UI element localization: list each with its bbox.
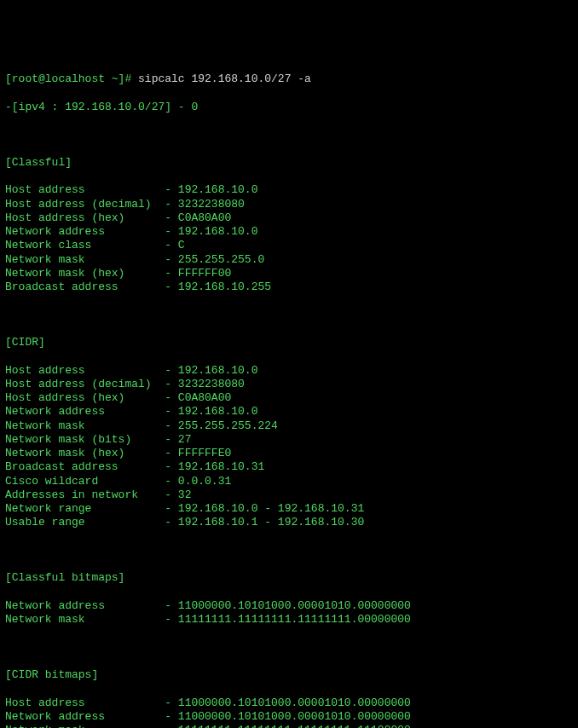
output-row: Network mask (bits) - 27 [5, 433, 573, 447]
classful-bitmaps-section: Network address - 11000000.10101000.0000… [5, 599, 573, 627]
output-row: Usable range - 192.168.10.1 - 192.168.10… [5, 516, 573, 529]
output-row: Cisco wildcard - 0.0.0.31 [5, 475, 573, 488]
command-text: sipcalc 192.168.10.0/27 -a [138, 72, 311, 85]
output-row: Host address - 11000000.10101000.0000101… [5, 696, 573, 710]
output-row: Broadcast address - 192.168.10.255 [5, 280, 573, 294]
output-row: Host address - 192.168.10.0 [5, 364, 573, 378]
output-row: Host address (hex) - C0A80A00 [5, 391, 573, 405]
output-row: Host address (decimal) - 3232238080 [5, 198, 573, 211]
output-row: Network mask - 255.255.255.224 [5, 419, 573, 433]
header-line: -[ipv4 : 192.168.10.0/27] - 0 [5, 101, 573, 114]
output-row: Network address - 11000000.10101000.0000… [5, 710, 573, 724]
output-row: Network address - 192.168.10.0 [5, 225, 573, 239]
cidr-section: Host address - 192.168.10.0Host address … [5, 364, 573, 530]
cidr-bitmaps-title: [CIDR bitmaps] [5, 668, 573, 682]
output-row: Network address - 192.168.10.0 [5, 405, 573, 419]
classful-title: [Classful] [5, 156, 573, 170]
terminal-output: [root@localhost ~]# sipcalc 192.168.10.0… [5, 59, 573, 728]
blank-line [5, 309, 573, 322]
output-row: Host address - 192.168.10.0 [5, 183, 573, 197]
output-row: Network mask (hex) - FFFFFFE0 [5, 447, 573, 460]
output-row: Network address - 11000000.10101000.0000… [5, 599, 573, 613]
output-row: Network mask - 255.255.255.0 [5, 253, 573, 267]
output-row: Network mask - 11111111.11111111.1111111… [5, 613, 573, 627]
blank-line [5, 641, 573, 655]
output-row: Broadcast address - 192.168.10.31 [5, 460, 573, 474]
cidr-bitmaps-section: Host address - 11000000.10101000.0000101… [5, 696, 573, 729]
output-row: Network mask (hex) - FFFFFF00 [5, 267, 573, 280]
classful-bitmaps-title: [Classful bitmaps] [5, 571, 573, 585]
output-row: Host address (decimal) - 3232238080 [5, 378, 573, 391]
prompt-prefix: [root@localhost ~]# [5, 72, 138, 85]
output-row: Network mask - 11111111.11111111.1111111… [5, 724, 573, 728]
blank-line [5, 128, 573, 142]
output-row: Network class - C [5, 239, 573, 252]
classful-section: Host address - 192.168.10.0Host address … [5, 183, 573, 294]
cidr-title: [CIDR] [5, 336, 573, 350]
output-row: Addresses in network - 32 [5, 488, 573, 502]
prompt-line: [root@localhost ~]# sipcalc 192.168.10.0… [5, 72, 573, 86]
blank-line [5, 544, 573, 558]
output-row: Network range - 192.168.10.0 - 192.168.1… [5, 502, 573, 516]
output-row: Host address (hex) - C0A80A00 [5, 211, 573, 225]
